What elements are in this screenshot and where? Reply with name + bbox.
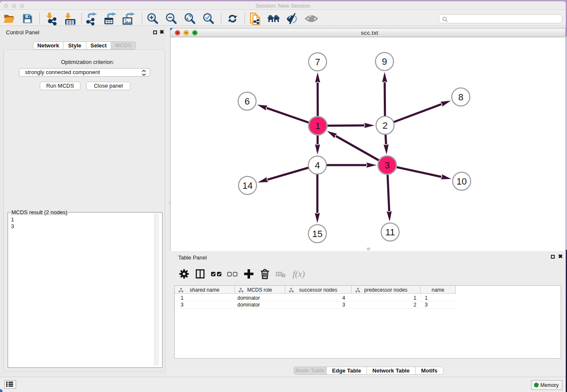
svg-text:3: 3 [385,160,390,171]
svg-text:4: 4 [315,160,320,171]
svg-text:7: 7 [315,57,320,67]
svg-text:11: 11 [385,227,395,237]
svg-text:6: 6 [245,96,250,107]
svg-text:8: 8 [458,92,463,102]
svg-text:15: 15 [312,229,322,239]
svg-text:9: 9 [382,56,387,67]
svg-text:1: 1 [315,121,320,131]
svg-text:2: 2 [383,120,388,131]
svg-text:10: 10 [457,176,467,187]
svg-text:14: 14 [242,180,253,191]
